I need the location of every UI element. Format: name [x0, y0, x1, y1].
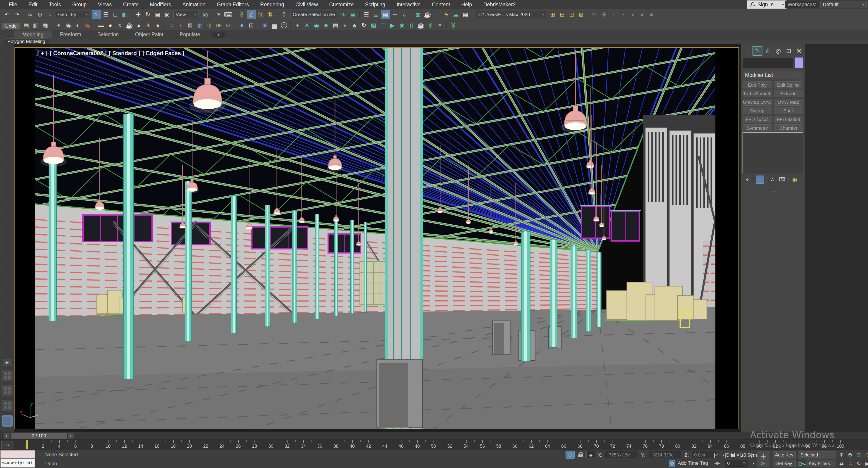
layout-preset-quad-button-2[interactable]: [2, 385, 13, 396]
menu-debrismaker2[interactable]: DebrisMaker2: [477, 2, 521, 7]
viewport-pov-menu[interactable]: [ CoronaCamera002 ]: [50, 50, 106, 57]
use-pivot-point-icon[interactable]: ◎: [201, 10, 210, 19]
spinner-snap-icon[interactable]: ⇅: [266, 10, 275, 19]
modifier-list-dropdown[interactable]: Modifier List ▾: [743, 71, 803, 79]
schematic-view-icon[interactable]: ⇓: [400, 10, 409, 19]
undo-icon[interactable]: ↶: [3, 10, 12, 19]
key-mode-toggle-button[interactable]: ◔: [749, 460, 757, 467]
layout-preset-quad-button-1[interactable]: [2, 370, 13, 381]
viewport-general-menu[interactable]: [ + ]: [37, 50, 48, 57]
select-and-link-icon[interactable]: ∞: [26, 10, 35, 19]
modify-tab-icon[interactable]: ✎: [752, 46, 763, 56]
menu-rendering[interactable]: Rendering: [254, 2, 290, 7]
play-animation-icon[interactable]: ▶: [729, 451, 737, 459]
add-time-tag[interactable]: ◇ Add Time Tag: [669, 460, 708, 467]
disabled-dot-icon-2[interactable]: ●: [619, 10, 628, 19]
menu-scripting[interactable]: Scripting: [360, 2, 391, 7]
viewport-shading-menu[interactable]: [ Edged Faces ]: [143, 50, 184, 57]
bind-to-space-warp-icon[interactable]: ≈: [45, 10, 54, 19]
display-tab-icon[interactable]: ⊡: [784, 46, 794, 56]
toggle-ribbon-icon[interactable]: ▦: [381, 10, 390, 19]
disabled-tool-icon-2[interactable]: ✚: [600, 10, 609, 19]
orbit-icon[interactable]: ↻: [855, 460, 863, 467]
modifier-button-edit-spline[interactable]: Edit Spline: [774, 82, 803, 88]
sign-in-button[interactable]: Sign In ▾: [747, 0, 786, 8]
current-frame-marker[interactable]: [26, 440, 28, 449]
hierarchy-tab-icon[interactable]: ⋔: [763, 46, 773, 56]
next-frame-icon[interactable]: |›: [738, 451, 745, 459]
disabled-dot-icon-3[interactable]: ●: [628, 10, 637, 19]
rock-icon[interactable]: ◍: [195, 21, 204, 30]
scatter-dots-icon[interactable]: ∷: [167, 21, 176, 30]
render-presets-icon[interactable]: ▦: [461, 10, 470, 19]
scene-gear-icon[interactable]: ⊞: [548, 10, 557, 19]
modifier-button-ffd-4x4x4[interactable]: FFD 4x4x4: [743, 116, 772, 123]
corona-tree-icon[interactable]: ♣: [350, 21, 359, 30]
modifier-button-unwrap-uvw[interactable]: Unwrap UVW: [743, 98, 772, 106]
walk-through-icon[interactable]: ∴: [846, 460, 854, 467]
corona-sun-icon[interactable]: ☀: [303, 21, 311, 30]
maximize-viewport-toggle-icon[interactable]: ▣: [864, 460, 868, 467]
menu-content[interactable]: Content: [426, 2, 456, 7]
make-unique-icon[interactable]: ∴: [768, 176, 777, 184]
track-bar[interactable]: ≈ 02468101214161820222426283032343638404…: [0, 439, 868, 450]
field-of-view-icon[interactable]: ◇: [864, 451, 868, 459]
angle-snap-icon[interactable]: ∠: [247, 10, 256, 19]
viewport-settings-icon[interactable]: ⊡: [247, 21, 256, 30]
unlink-selection-icon[interactable]: ⊘: [35, 10, 44, 19]
mirror-icon[interactable]: ◁▷: [339, 10, 348, 19]
select-and-move-icon[interactable]: ✚: [134, 10, 143, 19]
menu-animation[interactable]: Animation: [177, 2, 211, 7]
time-slider[interactable]: 0 / 100: [11, 433, 67, 439]
project-folder-dropdown[interactable]: C:\Users\H...s Max 2020▾: [476, 11, 546, 18]
corona-help-icon[interactable]: ?: [279, 21, 288, 30]
disabled-dot-icon-1[interactable]: ●: [609, 10, 618, 19]
rectangular-selection-icon[interactable]: □: [111, 10, 120, 19]
render-production-icon[interactable]: ϟ: [442, 10, 451, 19]
zoom-icon[interactable]: ⊕: [838, 451, 845, 459]
isolate-selection-toggle[interactable]: ⊡: [565, 451, 575, 459]
modifier-button-edit-poly[interactable]: Edit Poly: [743, 82, 772, 88]
menu-customize[interactable]: Customize: [323, 2, 360, 7]
modifier-button-turbosmooth[interactable]: TurboSmooth: [743, 90, 772, 97]
sun-icon[interactable]: ☀: [144, 21, 153, 30]
select-object-icon[interactable]: ↖: [92, 10, 101, 19]
viewport[interactable]: [ + ] [ CoronaCamera002 ] [ Standard ] […: [14, 47, 739, 429]
window-crossing-icon[interactable]: ◧: [120, 10, 129, 19]
menu-group[interactable]: Group: [66, 2, 92, 7]
camera-sphere-icon[interactable]: ◐: [73, 21, 82, 30]
key-filters-button[interactable]: Key Filters...: [806, 460, 836, 467]
corona-light-icon[interactable]: ✦: [293, 21, 302, 30]
frame-step-arrows[interactable]: ◀▶: [714, 461, 720, 466]
show-end-result-icon[interactable]: ▯: [756, 176, 764, 184]
y-coordinate-field[interactable]: -3224.329c: [649, 451, 681, 458]
remove-modifier-icon[interactable]: ⌧: [778, 176, 786, 184]
corona-camera-add-icon[interactable]: ◉: [397, 21, 406, 30]
modifier-button-shell[interactable]: Shell: [774, 107, 803, 114]
selection-filter-dropdown[interactable]: Geo...try▾: [56, 11, 90, 18]
render-in-cloud-icon[interactable]: ☁: [452, 10, 460, 19]
ribbon-tab-modeling[interactable]: Modeling: [14, 31, 52, 38]
set-keys-button[interactable]: +: [757, 451, 770, 467]
corona-lister-icon[interactable]: ▤: [331, 21, 340, 30]
menu-modifiers[interactable]: Modifiers: [144, 2, 177, 7]
time-slider-next-button[interactable]: ›: [68, 433, 74, 439]
menu-edit[interactable]: Edit: [23, 2, 43, 7]
chevron-double-down-icon-2[interactable]: ≫: [449, 21, 458, 30]
named-selection-sets-icon[interactable]: {}: [279, 10, 288, 19]
hairfarm-icon[interactable]: HF: [214, 21, 223, 30]
disabled-tool-icon-1[interactable]: ✂: [590, 10, 599, 19]
go-to-start-icon[interactable]: |«: [712, 451, 720, 459]
corona-stats-icon[interactable]: ▅: [270, 21, 279, 30]
render-setup-icon[interactable]: ☕: [423, 10, 432, 19]
derrick-icon[interactable]: ⊠: [186, 21, 195, 30]
corona-frame-icon[interactable]: ▣: [260, 21, 270, 30]
layer-explorer-icon[interactable]: ≣: [371, 10, 380, 19]
capsule-icon[interactable]: ◗: [176, 21, 185, 30]
menu-help[interactable]: Help: [456, 2, 477, 7]
scene-explorer-icon[interactable]: ☰: [362, 10, 371, 19]
egg-icon[interactable]: ●: [106, 21, 115, 30]
disabled-dot-icon-4[interactable]: ●: [638, 10, 647, 19]
reference-coordinate-dropdown[interactable]: View▾: [174, 11, 199, 18]
maxscript-mini-output[interactable]: [0, 450, 35, 459]
